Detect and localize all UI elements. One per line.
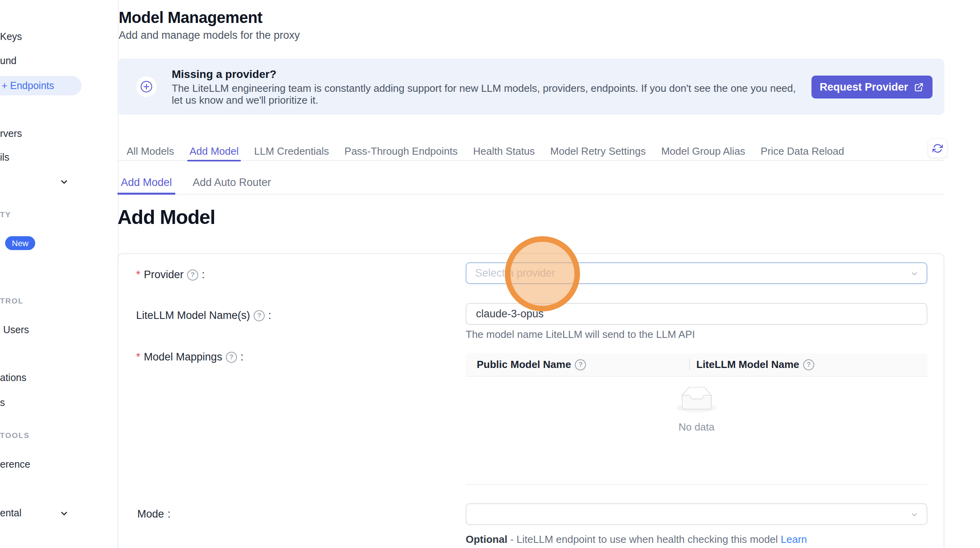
label-colon: : bbox=[268, 309, 271, 322]
model-management-page: { "colors": { "accent": "#5a5cd6", "side… bbox=[0, 0, 980, 548]
subtab-add-auto-router[interactable]: Add Auto Router bbox=[186, 171, 277, 194]
circle-plus-icon bbox=[136, 76, 157, 97]
tab-all-models[interactable]: All Models bbox=[124, 143, 176, 161]
column-divider bbox=[689, 358, 690, 371]
mode-label: Mode : bbox=[137, 508, 171, 520]
sidebar-item-ils[interactable]: ils bbox=[0, 152, 9, 163]
refresh-button[interactable] bbox=[928, 138, 947, 158]
tab-model-retry-settings[interactable]: Model Retry Settings bbox=[548, 143, 648, 161]
no-data-text: No data bbox=[679, 421, 715, 433]
sidebar-item-keys[interactable]: Keys bbox=[0, 31, 22, 42]
model-name-help: The model name LiteLLM will send to the … bbox=[466, 328, 695, 341]
sidebar-item-users[interactable]: Users bbox=[3, 324, 29, 336]
page-title: Model Management bbox=[119, 9, 262, 27]
chevron-down-icon[interactable] bbox=[59, 177, 69, 187]
chevron-down-icon bbox=[910, 269, 919, 278]
sync-icon bbox=[933, 143, 943, 154]
model-mappings-label: * Model Mappings ? : bbox=[136, 351, 243, 363]
label-colon: : bbox=[168, 508, 171, 520]
help-icon[interactable]: ? bbox=[803, 359, 814, 370]
mode-help-prefix: Optional bbox=[466, 533, 507, 545]
model-name-input[interactable]: claude-3-opus bbox=[466, 303, 927, 325]
help-icon[interactable]: ? bbox=[226, 352, 237, 363]
sidebar-section-tools: TOOLS bbox=[0, 431, 30, 440]
empty-inbox-icon bbox=[677, 387, 717, 413]
sidebar-item-rvers[interactable]: rvers bbox=[0, 128, 22, 139]
chevron-down-icon bbox=[910, 510, 919, 519]
label-colon: : bbox=[202, 269, 205, 281]
column-litellm-model-name: LiteLLM Model Name ? bbox=[689, 358, 814, 371]
request-provider-button[interactable]: Request Provider bbox=[811, 76, 933, 99]
tab-pass-through-endpoints[interactable]: Pass-Through Endpoints bbox=[342, 143, 460, 161]
sidebar-item-s[interactable]: s bbox=[0, 397, 5, 408]
request-provider-label: Request Provider bbox=[820, 81, 908, 93]
provider-label: * Provider ? : bbox=[136, 269, 205, 281]
learn-link[interactable]: Learn bbox=[781, 533, 807, 545]
mode-help-text: - LiteLLM endpoint to use when health ch… bbox=[507, 533, 781, 545]
form-heading: Add Model bbox=[118, 206, 215, 229]
add-model-subtabs: Add Model Add Auto Router bbox=[118, 171, 944, 195]
help-icon[interactable]: ? bbox=[187, 269, 198, 281]
tab-llm-credentials[interactable]: LLM Credentials bbox=[252, 143, 331, 161]
sidebar-item-ental[interactable]: ental bbox=[0, 507, 21, 519]
table-empty-state: No data bbox=[466, 377, 927, 485]
sidebar-item-erence[interactable]: erence bbox=[0, 459, 30, 470]
sidebar-item-endpoints-label: + Endpoints bbox=[2, 80, 54, 91]
model-mappings-table: Public Model Name ? LiteLLM Model Name ? bbox=[466, 353, 927, 485]
sidebar: Keys und + Endpoints rvers ils TY New TR… bbox=[0, 0, 119, 548]
new-badge[interactable]: New bbox=[5, 236, 35, 250]
help-icon[interactable]: ? bbox=[254, 310, 265, 321]
tab-model-group-alias[interactable]: Model Group Alias bbox=[659, 143, 747, 161]
help-icon[interactable]: ? bbox=[575, 359, 586, 370]
model-mappings-label-text: Model Mappings bbox=[144, 351, 222, 363]
column-public-model-name: Public Model Name ? bbox=[466, 358, 689, 371]
page-subtitle: Add and manage models for the proxy bbox=[119, 29, 300, 42]
provider-placeholder: Select a provider bbox=[466, 267, 555, 279]
model-name-label: LiteLLM Model Name(s) ? : bbox=[136, 309, 271, 322]
column-label: LiteLLM Model Name bbox=[696, 358, 799, 371]
sidebar-section-ty: TY bbox=[0, 210, 11, 219]
model-name-label-text: LiteLLM Model Name(s) bbox=[136, 309, 250, 322]
subtab-add-model[interactable]: Add Model bbox=[118, 171, 175, 194]
sidebar-section-trol: TROL bbox=[0, 297, 24, 305]
required-mark: * bbox=[136, 351, 140, 363]
column-label: Public Model Name bbox=[477, 358, 571, 371]
model-tabs: All Models Add Model LLM Credentials Pas… bbox=[118, 143, 944, 161]
sidebar-item-und[interactable]: und bbox=[0, 55, 17, 66]
table-header: Public Model Name ? LiteLLM Model Name ? bbox=[466, 353, 927, 377]
mode-help: Optional - LiteLLM endpoint to use when … bbox=[466, 533, 807, 546]
sidebar-item-ations[interactable]: ations bbox=[0, 372, 27, 383]
tab-add-model[interactable]: Add Model bbox=[187, 143, 241, 161]
required-mark: * bbox=[136, 269, 140, 281]
external-link-icon bbox=[914, 82, 924, 93]
chevron-down-icon[interactable] bbox=[59, 509, 69, 518]
mode-label-text: Mode bbox=[137, 508, 164, 520]
model-name-value: claude-3-opus bbox=[466, 308, 544, 320]
provider-label-text: Provider bbox=[144, 269, 184, 281]
label-colon: : bbox=[241, 351, 244, 363]
mode-select[interactable] bbox=[466, 503, 927, 525]
tab-health-status[interactable]: Health Status bbox=[471, 143, 537, 161]
sidebar-item-endpoints[interactable]: + Endpoints bbox=[0, 76, 82, 95]
banner-body: The LiteLLM engineering team is constant… bbox=[172, 82, 809, 106]
tab-price-data-reload[interactable]: Price Data Reload bbox=[758, 143, 847, 161]
banner-title: Missing a provider? bbox=[172, 68, 277, 81]
provider-select[interactable]: Select a provider bbox=[466, 262, 927, 284]
add-model-card: * Provider ? : Select a provider LiteLLM… bbox=[118, 253, 944, 548]
